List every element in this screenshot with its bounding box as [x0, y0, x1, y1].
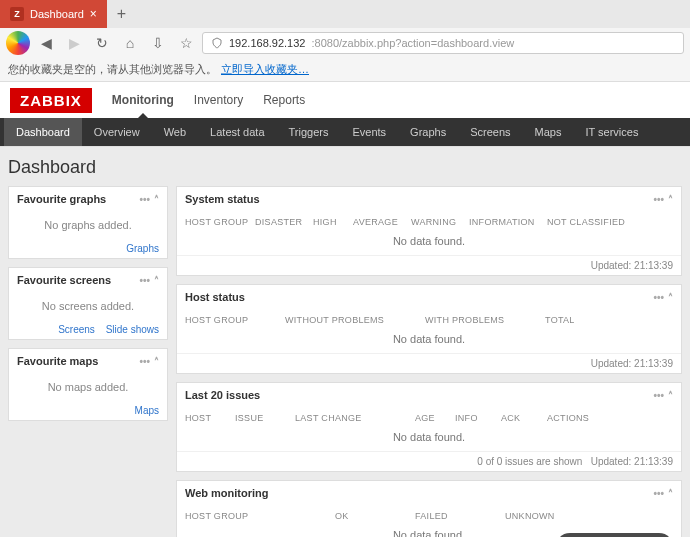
panel-title: Favourite maps	[17, 355, 98, 367]
chevron-up-icon[interactable]: ˄	[668, 390, 673, 401]
page-body: Dashboard Favourite graphs •••˄ No graph…	[0, 147, 690, 537]
link-slideshows[interactable]: Slide shows	[106, 324, 159, 335]
home-button[interactable]: ⌂	[118, 31, 142, 55]
new-tab-button[interactable]: +	[107, 5, 136, 23]
ellipsis-icon[interactable]: •••	[653, 292, 664, 303]
empty-text: No graphs added.	[17, 215, 159, 235]
browser-logo-icon[interactable]	[6, 31, 30, 55]
nav-reports[interactable]: Reports	[263, 83, 305, 117]
panel-title: Host status	[185, 291, 245, 303]
forward-button[interactable]: ▶	[62, 31, 86, 55]
panel-fav-maps: Favourite maps •••˄ No maps added. Maps	[8, 348, 168, 421]
panel-last-issues: Last 20 issues •••˄ HOST ISSUE LAST CHAN…	[176, 382, 682, 472]
panel-title: System status	[185, 193, 260, 205]
subnav-events[interactable]: Events	[340, 118, 398, 146]
subnav-it-services[interactable]: IT services	[573, 118, 650, 146]
subnav-screens[interactable]: Screens	[458, 118, 522, 146]
panel-web-monitoring: Web monitoring •••˄ HOST GROUP OK FAILED…	[176, 480, 682, 537]
browser-tab-active[interactable]: Z Dashboard ×	[0, 0, 107, 28]
ellipsis-icon[interactable]: •••	[653, 488, 664, 499]
reload-button[interactable]: ↻	[90, 31, 114, 55]
nav-inventory[interactable]: Inventory	[194, 83, 243, 117]
ellipsis-icon[interactable]: •••	[139, 356, 150, 367]
panel-title: Favourite screens	[17, 274, 111, 286]
subnav-maps[interactable]: Maps	[523, 118, 574, 146]
nav-monitoring[interactable]: Monitoring	[112, 83, 174, 117]
panel-footer: Updated: 21:13:39	[177, 255, 681, 275]
left-column: Favourite graphs •••˄ No graphs added. G…	[8, 186, 168, 537]
ellipsis-icon[interactable]: •••	[653, 390, 664, 401]
sub-nav: Dashboard Overview Web Latest data Trigg…	[0, 118, 690, 146]
browser-toolbar: ◀ ▶ ↻ ⌂ ⇩ ☆ 192.168.92.132:8080/zabbix.p…	[0, 28, 690, 58]
ellipsis-icon[interactable]: •••	[653, 194, 664, 205]
issues-shown: 0 of 0 issues are shown	[477, 456, 582, 467]
no-data-text: No data found.	[185, 329, 673, 349]
subnav-overview[interactable]: Overview	[82, 118, 152, 146]
chevron-up-icon[interactable]: ˄	[154, 275, 159, 286]
chevron-up-icon[interactable]: ˄	[668, 194, 673, 205]
panel-fav-graphs: Favourite graphs •••˄ No graphs added. G…	[8, 186, 168, 259]
chevron-up-icon[interactable]: ˄	[154, 194, 159, 205]
ellipsis-icon[interactable]: •••	[139, 275, 150, 286]
panel-footer: Updated: 21:13:39	[177, 353, 681, 373]
right-column: System status •••˄ HOST GROUP DISASTER H…	[176, 186, 682, 537]
table-header: HOST ISSUE LAST CHANGE AGE INFO ACK ACTI…	[185, 411, 673, 427]
star-button[interactable]: ☆	[174, 31, 198, 55]
no-data-text: No data found.	[185, 427, 673, 447]
page-title: Dashboard	[8, 153, 682, 186]
panel-footer: 0 of 0 issues are shown Updated: 21:13:3…	[177, 451, 681, 471]
chevron-up-icon[interactable]: ˄	[668, 292, 673, 303]
bookmarks-empty-text: 您的收藏夹是空的，请从其他浏览器导入。	[8, 62, 217, 77]
download-button[interactable]: ⇩	[146, 31, 170, 55]
no-data-text: No data found.	[185, 231, 673, 251]
main-nav: Monitoring Inventory Reports	[112, 83, 305, 117]
tab-favicon: Z	[10, 7, 24, 21]
panel-fav-screens: Favourite screens •••˄ No screens added.…	[8, 267, 168, 340]
empty-text: No screens added.	[17, 296, 159, 316]
back-button[interactable]: ◀	[34, 31, 58, 55]
browser-chrome: Z Dashboard × + ◀ ▶ ↻ ⌂ ⇩ ☆ 192.168.92.1…	[0, 0, 690, 82]
panel-title: Web monitoring	[185, 487, 269, 499]
link-screens[interactable]: Screens	[58, 324, 95, 335]
subnav-latest-data[interactable]: Latest data	[198, 118, 276, 146]
link-maps[interactable]: Maps	[135, 405, 159, 416]
bookmarks-bar: 您的收藏夹是空的，请从其他浏览器导入。 立即导入收藏夹…	[0, 58, 690, 81]
panel-title: Favourite graphs	[17, 193, 106, 205]
table-header: HOST GROUP OK FAILED UNKNOWN	[185, 509, 673, 525]
table-header: HOST GROUP DISASTER HIGH AVERAGE WARNING…	[185, 215, 673, 231]
url-path: :8080/zabbix.php?action=dashboard.view	[311, 37, 514, 49]
panel-title: Last 20 issues	[185, 389, 260, 401]
zabbix-logo[interactable]: ZABBIX	[10, 88, 92, 113]
empty-text: No maps added.	[17, 377, 159, 397]
chevron-up-icon[interactable]: ˄	[154, 356, 159, 367]
ellipsis-icon[interactable]: •••	[139, 194, 150, 205]
updated-text: Updated: 21:13:39	[591, 456, 673, 467]
subnav-dashboard[interactable]: Dashboard	[4, 118, 82, 146]
import-bookmarks-link[interactable]: 立即导入收藏夹…	[221, 62, 309, 77]
subnav-graphs[interactable]: Graphs	[398, 118, 458, 146]
url-host: 192.168.92.132	[229, 37, 305, 49]
close-icon[interactable]: ×	[90, 7, 97, 21]
chevron-up-icon[interactable]: ˄	[668, 488, 673, 499]
subnav-triggers[interactable]: Triggers	[277, 118, 341, 146]
tab-bar: Z Dashboard × +	[0, 0, 690, 28]
shield-icon	[211, 37, 223, 49]
panel-host-status: Host status •••˄ HOST GROUP WITHOUT PROB…	[176, 284, 682, 374]
subnav-web[interactable]: Web	[152, 118, 198, 146]
panel-system-status: System status •••˄ HOST GROUP DISASTER H…	[176, 186, 682, 276]
url-bar[interactable]: 192.168.92.132:8080/zabbix.php?action=da…	[202, 32, 684, 54]
table-header: HOST GROUP WITHOUT PROBLEMS WITH PROBLEM…	[185, 313, 673, 329]
app-header: ZABBIX Monitoring Inventory Reports Dash…	[0, 82, 690, 147]
tab-title: Dashboard	[30, 8, 84, 20]
link-graphs[interactable]: Graphs	[126, 243, 159, 254]
chat-bubble[interactable]: 💬 Tide安全团队	[555, 533, 674, 537]
